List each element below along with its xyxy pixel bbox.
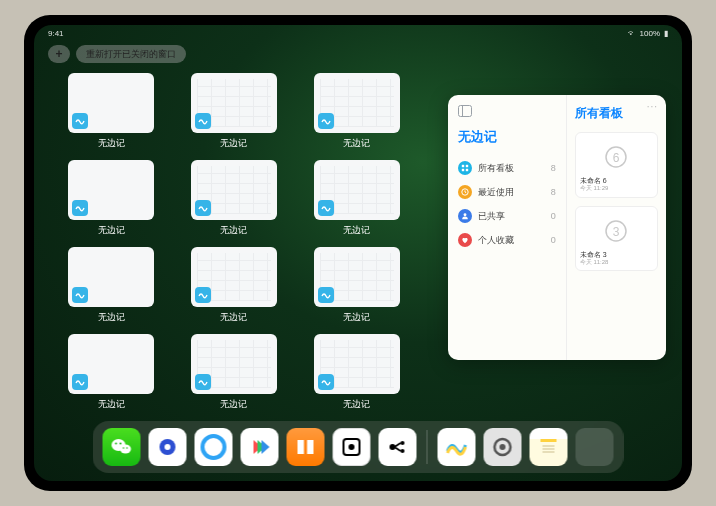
svg-point-15 <box>120 443 122 445</box>
freeform-app-icon <box>195 374 211 390</box>
dock-xmind-icon[interactable] <box>379 428 417 466</box>
tile-label: 无边记 <box>98 398 125 411</box>
sidebar-item-count: 0 <box>551 235 556 245</box>
sidebar-item-label: 个人收藏 <box>478 234 514 247</box>
sidebar-item-people[interactable]: 已共享0 <box>458 204 556 228</box>
dock-books-icon[interactable] <box>287 428 325 466</box>
svg-point-7 <box>464 213 467 216</box>
svg-point-17 <box>126 447 128 449</box>
window-tile[interactable]: 无边记 <box>187 247 282 324</box>
board-thumbnail: 3 <box>580 211 653 251</box>
new-window-button[interactable]: + <box>48 45 70 63</box>
svg-point-19 <box>165 444 171 450</box>
tile-label: 无边记 <box>98 224 125 237</box>
window-tile[interactable]: 无边记 <box>187 73 282 150</box>
svg-rect-2 <box>462 165 464 167</box>
sidebar-item-grid[interactable]: 所有看板8 <box>458 156 556 180</box>
dock-video-icon[interactable] <box>241 428 279 466</box>
window-tiles-grid: 无边记无边记无边记无边记无边记无边记无边记无边记无边记无边记无边记无边记 <box>64 73 404 411</box>
sidebar-item-clock[interactable]: 最近使用8 <box>458 180 556 204</box>
svg-rect-5 <box>466 169 468 171</box>
freeform-app-icon <box>72 113 88 129</box>
svg-point-27 <box>500 444 506 450</box>
board-card[interactable]: 6未命名 6今天 11:29 <box>575 132 658 198</box>
status-time: 9:41 <box>48 29 64 38</box>
tile-thumbnail <box>68 334 154 394</box>
svg-rect-3 <box>466 165 468 167</box>
svg-text:3: 3 <box>613 225 620 239</box>
freeform-app-icon <box>195 200 211 216</box>
svg-rect-28 <box>541 439 557 442</box>
battery-label: 100% <box>640 29 660 38</box>
screen: 9:41 ᯤ 100% ▮ + 重新打开已关闭的窗口 无边记无边记无边记无边记无… <box>34 25 682 481</box>
dock-app-library-icon[interactable] <box>576 428 614 466</box>
sidebar-item-count: 8 <box>551 163 556 173</box>
tile-thumbnail <box>68 160 154 220</box>
window-tile[interactable]: 无边记 <box>187 160 282 237</box>
sidebar-item-label: 最近使用 <box>478 186 514 199</box>
window-tile[interactable]: 无边记 <box>64 73 159 150</box>
svg-rect-4 <box>462 169 464 171</box>
sidebar-item-heart[interactable]: 个人收藏0 <box>458 228 556 252</box>
tile-thumbnail <box>68 247 154 307</box>
sidebar-item-count: 8 <box>551 187 556 197</box>
tile-label: 无边记 <box>220 311 247 324</box>
tile-thumbnail <box>191 160 277 220</box>
window-tile[interactable]: 无边记 <box>309 73 404 150</box>
tile-label: 无边记 <box>98 311 125 324</box>
sidebar-item-count: 0 <box>551 211 556 221</box>
board-meta: 未命名 6今天 11:29 <box>580 177 653 193</box>
ipad-frame: 9:41 ᯤ 100% ▮ + 重新打开已关闭的窗口 无边记无边记无边记无边记无… <box>24 15 692 491</box>
freeform-panel[interactable]: 无边记 所有看板8最近使用8已共享0个人收藏0 ··· 所有看板 6未命名 6今… <box>448 95 666 360</box>
tile-label: 无边记 <box>220 137 247 150</box>
svg-point-25 <box>401 449 405 453</box>
dock-settings-icon[interactable] <box>484 428 522 466</box>
heart-icon <box>458 233 472 247</box>
window-tile[interactable]: 无边记 <box>187 334 282 411</box>
panel-right-title: 所有看板 <box>575 105 658 122</box>
tile-label: 无边记 <box>343 398 370 411</box>
wifi-icon: ᯤ <box>628 29 636 38</box>
svg-point-20 <box>203 436 225 458</box>
freeform-app-icon <box>72 374 88 390</box>
more-icon[interactable]: ··· <box>647 101 658 112</box>
freeform-app-icon <box>72 200 88 216</box>
grid-icon <box>458 161 472 175</box>
dock-quark-icon[interactable] <box>149 428 187 466</box>
dock-freeform-icon[interactable] <box>438 428 476 466</box>
freeform-app-icon <box>318 374 334 390</box>
clock-icon <box>458 185 472 199</box>
dock-wechat-icon[interactable] <box>103 428 141 466</box>
board-thumbnail: 6 <box>580 137 653 177</box>
svg-point-22 <box>349 444 355 450</box>
freeform-app-icon <box>318 200 334 216</box>
tile-thumbnail <box>314 73 400 133</box>
svg-rect-0 <box>459 106 472 117</box>
window-tile[interactable]: 无边记 <box>309 247 404 324</box>
sidebar-item-label: 所有看板 <box>478 162 514 175</box>
sidebar-item-label: 已共享 <box>478 210 505 223</box>
freeform-app-icon <box>195 113 211 129</box>
board-card[interactable]: 3未命名 3今天 11:28 <box>575 206 658 272</box>
tile-label: 无边记 <box>343 311 370 324</box>
dock-notes-icon[interactable] <box>530 428 568 466</box>
tile-label: 无边记 <box>343 224 370 237</box>
dock-notion-icon[interactable] <box>333 428 371 466</box>
tile-label: 无边记 <box>220 398 247 411</box>
dock <box>93 421 624 473</box>
panel-left-title: 无边记 <box>458 128 556 146</box>
window-tile[interactable]: 无边记 <box>309 334 404 411</box>
board-meta: 未命名 3今天 11:28 <box>580 251 653 267</box>
dock-separator <box>427 430 428 464</box>
window-tile[interactable]: 无边记 <box>64 247 159 324</box>
reopen-closed-window-button[interactable]: 重新打开已关闭的窗口 <box>76 45 186 63</box>
tile-thumbnail <box>191 73 277 133</box>
window-tile[interactable]: 无边记 <box>64 334 159 411</box>
tile-thumbnail <box>314 160 400 220</box>
window-tile[interactable]: 无边记 <box>309 160 404 237</box>
svg-point-13 <box>120 445 131 454</box>
dock-qqbrowser-icon[interactable] <box>195 428 233 466</box>
window-tile[interactable]: 无边记 <box>64 160 159 237</box>
sidebar-toggle-icon[interactable] <box>458 105 556 120</box>
tile-thumbnail <box>68 73 154 133</box>
